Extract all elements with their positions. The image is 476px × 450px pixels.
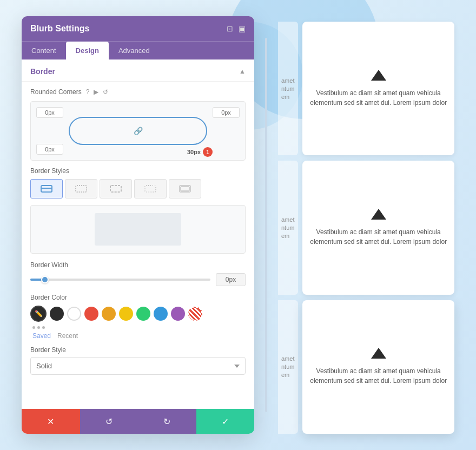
panel-title: Blurb Settings — [30, 24, 89, 34]
card-1-arrow — [371, 70, 386, 81]
color-swatch-orange[interactable] — [102, 307, 116, 321]
dot3 — [42, 326, 45, 329]
tab-content[interactable]: Content — [22, 42, 66, 59]
border-width-track[interactable] — [30, 279, 210, 281]
recent-link[interactable]: Recent — [57, 332, 78, 340]
color-swatch-white[interactable] — [67, 307, 81, 321]
border-style-select[interactable]: Solid None Dashed Dotted Double — [30, 357, 246, 375]
link-icon: 🔗 — [134, 127, 143, 135]
svg-rect-3 — [110, 186, 121, 192]
tab-design[interactable]: Design — [66, 42, 109, 59]
border-style-dotted[interactable] — [134, 179, 167, 198]
card-3-text: Vestibulum ac diam sit amet quam vehicul… — [309, 366, 448, 386]
saved-link[interactable]: Saved — [32, 332, 51, 340]
svg-rect-2 — [76, 186, 87, 192]
border-preview-box — [30, 205, 246, 254]
color-saved-row: Saved Recent — [30, 332, 246, 340]
corner-badge: 1 — [203, 147, 213, 157]
card-2-text: Vestibulum ac diam sit amet quam vehicul… — [309, 227, 448, 247]
border-styles-label: Border Styles — [30, 167, 246, 175]
card-row-2: amet ntum em Vestibulum ac diam sit amet… — [278, 161, 454, 294]
color-swatch-blue[interactable] — [154, 307, 168, 321]
color-swatch-black[interactable] — [50, 307, 64, 321]
corner-grid: 🔗 30px 1 — [30, 101, 246, 161]
panel-body: Border ▲ Rounded Corners ? ▶ ↺ 🔗 — [22, 59, 254, 409]
panel-tabs: Content Design Advanced — [22, 41, 254, 59]
tab-advanced[interactable]: Advanced — [109, 42, 160, 59]
border-style-options — [30, 179, 246, 198]
panel-header-icons: ⊡ ▣ — [227, 24, 246, 33]
cursor-icon[interactable]: ▶ — [94, 88, 98, 96]
undo-button[interactable]: ↺ — [80, 409, 138, 434]
border-color-label: Border Color — [30, 294, 246, 301]
border-preview-inner — [95, 213, 181, 246]
color-swatch-yellow[interactable] — [119, 307, 133, 321]
fullscreen-icon[interactable]: ⊡ — [227, 24, 233, 33]
corner-top-right[interactable] — [213, 107, 240, 118]
dot1 — [32, 326, 35, 329]
svg-rect-6 — [181, 187, 189, 191]
border-style-select-section: Border Style Solid None Dashed Dotted Do… — [30, 346, 246, 375]
border-style-select-label: Border Style — [30, 346, 246, 354]
corner-preview: 🔗 — [69, 117, 207, 145]
panel-footer: ✕ ↺ ↻ ✓ — [22, 409, 254, 434]
color-swatch-red[interactable] — [84, 307, 98, 321]
corner-bottom-left[interactable] — [36, 144, 63, 155]
border-width-label: Border Width — [30, 261, 246, 269]
card-2-arrow — [371, 209, 386, 220]
border-style-dashed[interactable] — [100, 179, 132, 198]
color-swatch-striped[interactable] — [188, 307, 202, 321]
partial-card-3: amet ntum em — [278, 300, 298, 434]
cancel-button[interactable]: ✕ — [22, 409, 80, 434]
save-button[interactable]: ✓ — [196, 409, 255, 434]
settings-panel: Blurb Settings ⊡ ▣ Content Design Advanc… — [22, 16, 254, 434]
help-icon[interactable]: ? — [86, 88, 90, 96]
color-palette: ✏️ — [30, 306, 246, 322]
color-picker-button[interactable]: ✏️ — [30, 306, 47, 322]
card-row-3: amet ntum em Vestibulum ac diam sit amet… — [278, 300, 454, 434]
border-width-slider-row — [30, 273, 246, 286]
svg-rect-4 — [145, 186, 156, 192]
border-section-header: Border ▲ — [22, 59, 254, 82]
card-3-arrow — [371, 348, 386, 359]
svg-rect-0 — [41, 188, 52, 189]
corner-br-value: 30px — [187, 149, 201, 155]
main-layout: Blurb Settings ⊡ ▣ Content Design Advanc… — [22, 16, 454, 434]
border-section-content: Rounded Corners ? ▶ ↺ 🔗 30px — [22, 82, 254, 381]
reset-icon[interactable]: ↺ — [103, 88, 108, 96]
eyedropper-icon: ✏️ — [35, 310, 43, 317]
rounded-corners-label: Rounded Corners — [30, 88, 82, 96]
cards-area: amet ntum em Vestibulum ac diam sit amet… — [278, 16, 454, 434]
corner-top-left[interactable] — [36, 107, 63, 118]
partial-card-1: amet ntum em — [278, 22, 298, 155]
card-2: Vestibulum ac diam sit amet quam vehicul… — [302, 161, 454, 294]
color-swatch-green[interactable] — [136, 307, 150, 321]
collapse-icon[interactable]: ▣ — [239, 24, 246, 33]
slider-thumb[interactable] — [41, 276, 49, 283]
border-section-title: Border — [30, 67, 55, 76]
card-3: Vestibulum ac diam sit amet quam vehicul… — [302, 300, 454, 434]
rounded-corners-row: Rounded Corners ? ▶ ↺ — [30, 88, 246, 96]
partial-card-2: amet ntum em — [278, 161, 298, 294]
border-style-solid[interactable] — [30, 179, 63, 198]
card-1-text: Vestibulum ac diam sit amet quam vehicul… — [309, 88, 448, 108]
card-row-1: amet ntum em Vestibulum ac diam sit amet… — [278, 22, 454, 155]
section-collapse-icon[interactable]: ▲ — [239, 68, 246, 75]
border-style-hidden[interactable] — [65, 179, 97, 198]
panel-header: Blurb Settings ⊡ ▣ — [22, 16, 254, 41]
card-1: Vestibulum ac diam sit amet quam vehicul… — [302, 22, 454, 155]
border-width-value[interactable] — [216, 273, 246, 286]
border-style-double[interactable] — [169, 179, 201, 198]
color-swatch-purple[interactable] — [171, 307, 185, 321]
panel-divider — [265, 38, 267, 412]
color-dots — [30, 326, 246, 329]
redo-button[interactable]: ↻ — [138, 409, 196, 434]
dot2 — [37, 326, 40, 329]
corner-badge-area: 30px 1 — [187, 147, 213, 157]
